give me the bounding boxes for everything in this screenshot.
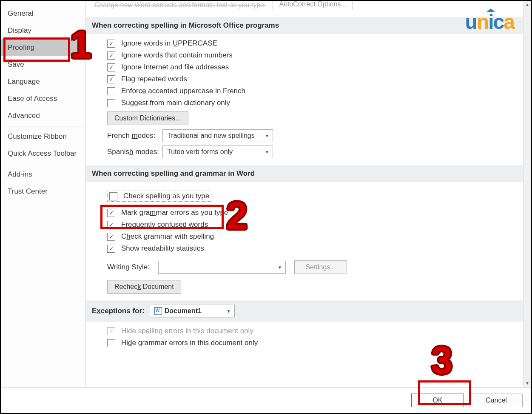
sidebar-item-display[interactable]: Display (1, 22, 85, 39)
checkbox-hide-grammar-errors[interactable] (107, 339, 115, 347)
sidebar-item-save[interactable]: Save (1, 56, 85, 73)
sidebar-item-ease-of-access[interactable]: Ease of Access (1, 90, 85, 107)
cancel-button[interactable]: Cancel (470, 394, 523, 407)
checkbox-readability[interactable] (107, 245, 115, 253)
label-ignore-uppercase: Ignore words in UPPERCASE (121, 39, 217, 48)
scroll-up-arrow-icon[interactable]: ▲ (523, 1, 531, 9)
vertical-scrollbar[interactable]: ▲ ▼ (523, 1, 531, 387)
label-check-grammar-with-spelling: Check grammar with spelling (121, 232, 214, 241)
label-check-spelling-as-you-type: Check spelling as you type (123, 192, 209, 200)
proofing-panel: Change how Word corrects and formats tex… (86, 1, 523, 387)
dropdown-caret-icon: ▼ (227, 309, 231, 314)
dropdown-caret-icon: ▼ (278, 265, 282, 270)
truncated-heading: Change how Word corrects and formats tex… (94, 1, 266, 9)
label-mark-grammar: Mark grammar errors as you type (121, 208, 228, 217)
checkbox-main-dictionary-only[interactable] (107, 99, 115, 107)
checkbox-ignore-numbers[interactable] (107, 51, 115, 60)
recheck-document-button[interactable]: Recheck Document (107, 280, 181, 294)
body-area: General Display Proofing Save Language E… (1, 1, 531, 387)
word-spelling-grammar-options: Check spelling as you type Mark grammar … (94, 187, 515, 294)
checkbox-ignore-internet[interactable] (107, 63, 115, 71)
settings-button: Settings... (294, 260, 347, 274)
spanish-modes-select[interactable]: Tuteo verb forms only ▼ (162, 146, 273, 158)
sidebar-item-advanced[interactable]: Advanced (1, 107, 85, 124)
label-flag-repeated: Flag repeated words (121, 75, 187, 83)
french-modes-label: French modes: (107, 131, 162, 140)
scroll-down-arrow-icon[interactable]: ▼ (523, 380, 531, 387)
sidebar-item-proofing[interactable]: Proofing (1, 39, 85, 56)
checkbox-mark-grammar[interactable] (107, 209, 115, 217)
label-readability: Show readability statistics (121, 244, 204, 253)
exceptions-options: Hide spelling errors in this document on… (94, 327, 515, 347)
checkbox-hide-spelling-errors (107, 327, 115, 335)
sidebar-item-language[interactable]: Language (1, 73, 85, 90)
word-options-dialog: General Display Proofing Save Language E… (0, 0, 532, 414)
label-frequently-confused: Frequently confused words (121, 220, 208, 229)
label-ignore-numbers: Ignore words that contain numbers (121, 51, 233, 60)
exceptions-document-select[interactable]: Document1 ▼ (150, 305, 235, 317)
sidebar-separator (1, 126, 85, 126)
dropdown-caret-icon: ▼ (265, 150, 269, 154)
label-ignore-internet: Ignore Internet and file addresses (121, 63, 229, 71)
scroll-track[interactable] (523, 9, 531, 380)
autocorrect-options-button[interactable]: AutoCorrect Options... (273, 1, 353, 10)
checkbox-enforce-french-accents[interactable] (107, 87, 115, 95)
dialog-button-bar: OK Cancel (1, 387, 531, 413)
label-hide-spelling-errors: Hide spelling errors in this document on… (121, 327, 253, 335)
sidebar-item-general[interactable]: General (1, 5, 85, 22)
checkbox-flag-repeated[interactable] (107, 75, 115, 83)
word-document-icon (154, 307, 162, 315)
options-sidebar: General Display Proofing Save Language E… (1, 1, 86, 387)
checkbox-check-grammar-with-spelling[interactable] (107, 233, 115, 241)
section-header-exceptions: Exceptions for: Document1 ▼ (86, 300, 523, 322)
sidebar-separator (1, 164, 85, 164)
unica-logo: unica (465, 10, 514, 34)
section-header-office-spelling: When correcting spelling in Microsoft Of… (86, 17, 523, 34)
writing-style-select[interactable]: ▼ (158, 261, 286, 274)
section-header-word-spelling-grammar: When correcting spelling and grammar in … (86, 165, 523, 182)
office-spelling-options: Ignore words in UPPERCASE Ignore words t… (94, 39, 515, 158)
custom-dictionaries-button[interactable]: Custom Dictionaries... (107, 111, 188, 125)
label-enforce-french-accents: Enforce accented uppercase in French (121, 87, 245, 95)
checkbox-frequently-confused[interactable] (107, 221, 115, 229)
sidebar-item-add-ins[interactable]: Add-ins (1, 166, 85, 183)
french-modes-select[interactable]: Traditional and new spellings ▼ (162, 129, 273, 142)
sidebar-item-quick-access-toolbar[interactable]: Quick Access Toolbar (1, 145, 85, 162)
checkbox-ignore-uppercase[interactable] (107, 40, 115, 48)
spanish-modes-label: Spanish modes: (107, 148, 162, 156)
dropdown-caret-icon: ▼ (265, 134, 269, 138)
label-main-dictionary-only: Suggest from main dictionary only (121, 99, 230, 107)
sidebar-item-trust-center[interactable]: Trust Center (1, 183, 85, 200)
writing-style-label: Writing Style: (107, 263, 158, 271)
label-hide-grammar-errors: Hide grammar errors in this document onl… (121, 339, 258, 347)
checkbox-check-spelling-as-you-type[interactable] (109, 192, 117, 200)
ok-button[interactable]: OK (411, 394, 464, 407)
exceptions-for-label: Exceptions for: (92, 307, 145, 315)
sidebar-item-customize-ribbon[interactable]: Customize Ribbon (1, 128, 85, 145)
content-wrap: Change how Word corrects and formats tex… (86, 1, 531, 387)
